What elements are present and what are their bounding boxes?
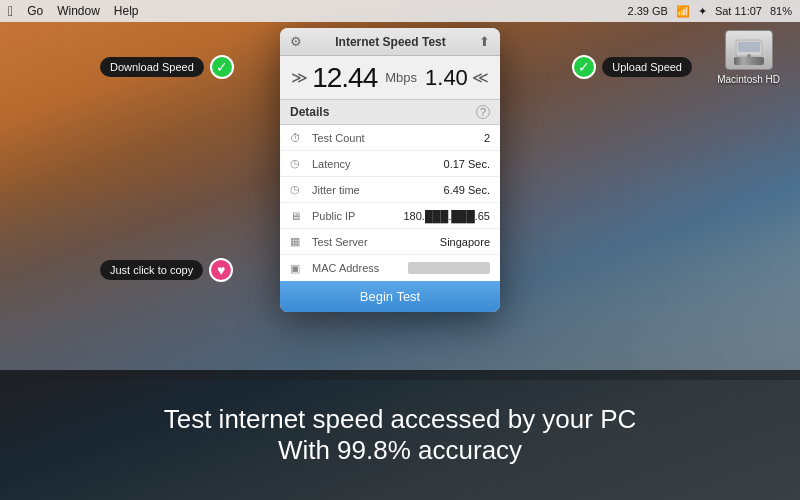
menubar-left:  Go Window Help [8,3,139,19]
bottom-text-line1: Test internet speed accessed by your PC [164,404,637,435]
detail-row-mac: ▣ MAC Address ██████████ [280,255,500,281]
help-icon[interactable]: ? [476,105,490,119]
hd-drive-icon [725,30,773,70]
speed-unit: Mbps [385,70,417,85]
apple-menu[interactable]:  [8,3,13,19]
download-check-icon: ✓ [210,55,234,79]
upload-label: Upload Speed [602,57,692,77]
jitter-value: 6.49 Sec. [444,184,490,196]
svg-point-2 [747,54,751,58]
menu-go[interactable]: Go [27,4,43,18]
public-ip-value: 180.███.███.65 [403,210,490,222]
latency-value: 0.17 Sec. [444,158,490,170]
window-titlebar: ⚙ Internet Speed Test ⬆ [280,28,500,56]
download-label: Download Speed [100,57,204,77]
detail-row-latency: ◷ Latency 0.17 Sec. [280,151,500,177]
public-ip-label: Public IP [312,210,403,222]
test-count-value: 2 [484,132,490,144]
copy-badge[interactable]: Just click to copy ♥ [100,258,233,282]
menu-window[interactable]: Window [57,4,100,18]
test-count-icon: ⏱ [290,132,306,144]
latency-label: Latency [312,158,444,170]
detail-row-test-count: ⏱ Test Count 2 [280,125,500,151]
jitter-label: Jitter time [312,184,444,196]
mac-icon: ▣ [290,262,306,275]
share-icon[interactable]: ⬆ [479,34,490,49]
upload-check-icon: ✓ [572,55,596,79]
public-ip-icon: 🖥 [290,210,306,222]
data-usage: 2.39 GB [628,5,668,17]
download-arrows-icon: ≫ [291,70,308,86]
battery: 81% [770,5,792,17]
menu-help[interactable]: Help [114,4,139,18]
begin-test-button[interactable]: Begin Test [280,281,500,312]
download-speed-value: 12.44 [312,62,377,94]
upload-speed-value: 1.40 [425,65,468,91]
svg-rect-1 [738,42,760,52]
copy-label: Just click to copy [100,260,203,280]
copy-check-icon: ♥ [209,258,233,282]
speed-display: ≫ 12.44 Mbps 1.40 ≪ [280,56,500,100]
menubar:  Go Window Help 2.39 GB 📶 ✦ Sat 11:07 8… [0,0,800,22]
server-value: Singapore [440,236,490,248]
bluetooth-icon: ✦ [698,5,707,18]
window-title: Internet Speed Test [302,35,479,49]
speed-test-window: ⚙ Internet Speed Test ⬆ ≫ 12.44 Mbps 1.4… [280,28,500,312]
wifi-icon: 📶 [676,5,690,18]
test-count-label: Test Count [312,132,484,144]
clock: Sat 11:07 [715,5,762,17]
mac-label: MAC Address [312,262,408,274]
macintosh-hd-icon[interactable]: Macintosh HD [717,30,780,85]
details-title: Details [290,105,329,119]
upload-arrows-icon: ≪ [472,70,489,86]
bottom-text-line2: With 99.8% accuracy [278,435,522,466]
detail-row-server: ▦ Test Server Singapore [280,229,500,255]
detail-row-public-ip: 🖥 Public IP 180.███.███.65 [280,203,500,229]
jitter-icon: ◷ [290,183,306,196]
detail-row-jitter: ◷ Jitter time 6.49 Sec. [280,177,500,203]
details-header: Details ? [280,100,500,125]
menubar-right: 2.39 GB 📶 ✦ Sat 11:07 81% [628,5,792,18]
bottom-overlay: Test internet speed accessed by your PC … [0,370,800,500]
server-label: Test Server [312,236,440,248]
hd-label: Macintosh HD [717,74,780,85]
mac-value: ██████████ [408,262,490,274]
gear-icon[interactable]: ⚙ [290,34,302,49]
latency-icon: ◷ [290,157,306,170]
download-badge: Download Speed ✓ [100,55,234,79]
details-section: Details ? ⏱ Test Count 2 ◷ Latency 0.17 … [280,100,500,281]
server-icon: ▦ [290,235,306,248]
upload-badge: ✓ Upload Speed [572,55,692,79]
